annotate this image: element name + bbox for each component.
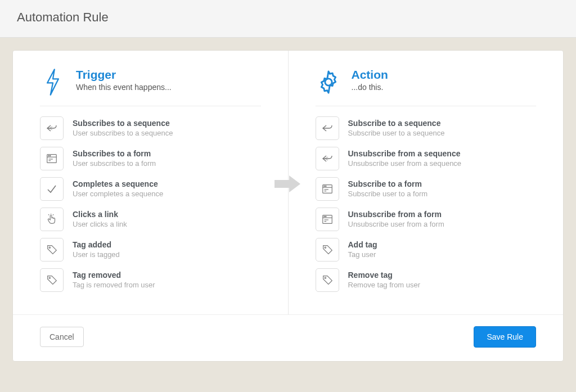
- trigger-head-text: Trigger When this event happens...: [76, 67, 172, 92]
- tag-icon: [40, 268, 64, 292]
- option-text: Subscribe to a form Subscribe user to a …: [348, 179, 428, 199]
- action-option-add-tag[interactable]: Add tag Tag user: [316, 238, 537, 262]
- option-text: Unsubscribe from a sequence Unsubscribe …: [348, 148, 462, 169]
- option-title: Subscribes to a form: [73, 148, 156, 159]
- option-title: Unsubscribe from a sequence: [348, 148, 462, 159]
- svg-point-20: [323, 216, 324, 217]
- option-sub: User completes a sequence: [73, 189, 163, 199]
- form-icon: [316, 208, 339, 231]
- option-title: Remove tag: [348, 270, 421, 280]
- option-sub: Unsubscribe user from a form: [348, 219, 444, 229]
- trigger-option-tag-removed[interactable]: Tag removed Tag is removed from user: [40, 268, 261, 292]
- trigger-option-completes-sequence[interactable]: Completes a sequence User completes a se…: [40, 177, 261, 201]
- option-title: Subscribe to a sequence: [348, 118, 445, 128]
- card-footer: Cancel Save Rule: [13, 314, 563, 361]
- option-sub: User clicks a link: [73, 219, 127, 229]
- trigger-subtitle: When this event happens...: [76, 83, 172, 92]
- lightning-icon: [40, 67, 66, 97]
- option-title: Clicks a link: [73, 209, 127, 219]
- reply-arrow-icon: [316, 116, 339, 140]
- tag-icon: [316, 268, 339, 292]
- option-title: Add tag: [348, 240, 377, 250]
- svg-point-2: [48, 155, 49, 156]
- option-text: Tag added User is tagged: [73, 240, 120, 260]
- option-title: Completes a sequence: [73, 179, 163, 189]
- tag-icon: [316, 238, 339, 262]
- option-sub: User subscribes to a form: [73, 159, 156, 169]
- option-text: Subscribe to a sequence Subscribe user t…: [348, 118, 445, 138]
- option-title: Tag added: [73, 240, 120, 250]
- option-sub: Unsubscribe user from a sequence: [348, 159, 462, 169]
- svg-line-8: [53, 214, 53, 215]
- action-option-unsubscribe-sequence[interactable]: Unsubscribe from a sequence Unsubscribe …: [316, 147, 537, 170]
- action-options: Subscribe to a sequence Subscribe user t…: [316, 116, 537, 292]
- action-option-remove-tag[interactable]: Remove tag Remove tag from user: [316, 268, 537, 292]
- svg-line-7: [48, 214, 49, 215]
- option-sub: Subscribe user to a sequence: [348, 128, 445, 138]
- trigger-option-subscribe-form[interactable]: Subscribes to a form User subscribes to …: [40, 147, 261, 170]
- trigger-column: Trigger When this event happens... Subsc…: [13, 51, 288, 314]
- option-sub: User is tagged: [73, 250, 120, 260]
- svg-point-3: [50, 155, 51, 156]
- columns: Trigger When this event happens... Subsc…: [13, 51, 563, 314]
- action-option-unsubscribe-form[interactable]: Unsubscribe from a form Unsubscribe user…: [316, 208, 537, 231]
- page-title: Automation Rule: [17, 10, 559, 25]
- action-subtitle: ...do this.: [352, 83, 388, 92]
- reply-arrow-icon: [40, 116, 64, 140]
- trigger-options: Subscribes to a sequence User subscribes…: [40, 116, 261, 292]
- tag-icon: [40, 238, 64, 262]
- svg-point-24: [325, 247, 326, 248]
- option-sub: Subscribe user to a form: [348, 189, 428, 199]
- option-sub: Tag is removed from user: [73, 280, 155, 290]
- trigger-option-subscribe-sequence[interactable]: Subscribes to a sequence User subscribes…: [40, 116, 261, 140]
- content: Trigger When this event happens... Subsc…: [0, 38, 576, 362]
- cancel-button[interactable]: Cancel: [40, 327, 84, 347]
- option-title: Unsubscribe from a form: [348, 209, 444, 219]
- option-sub: Remove tag from user: [348, 280, 421, 290]
- svg-point-21: [325, 216, 326, 217]
- svg-point-11: [325, 79, 331, 85]
- pointer-click-icon: [40, 208, 64, 231]
- gear-icon: [316, 67, 341, 97]
- rule-card: Trigger When this event happens... Subsc…: [12, 50, 564, 362]
- form-icon: [40, 147, 64, 170]
- svg-point-25: [325, 277, 326, 278]
- reply-arrow-icon: [316, 147, 339, 170]
- action-head-text: Action ...do this.: [352, 67, 388, 92]
- action-option-subscribe-form[interactable]: Subscribe to a form Subscribe user to a …: [316, 177, 537, 201]
- trigger-header: Trigger When this event happens...: [40, 67, 261, 106]
- trigger-option-tag-added[interactable]: Tag added User is tagged: [40, 238, 261, 262]
- option-title: Tag removed: [73, 270, 155, 280]
- page-header: Automation Rule: [0, 0, 576, 38]
- option-sub: User subscribes to a sequence: [73, 128, 173, 138]
- form-icon: [316, 177, 339, 201]
- arrow-right-icon: [274, 174, 302, 196]
- action-column: Action ...do this. Subscribe to a sequen…: [289, 51, 564, 314]
- svg-point-14: [323, 186, 324, 186]
- option-text: Remove tag Remove tag from user: [348, 270, 421, 290]
- option-text: Add tag Tag user: [348, 240, 377, 260]
- option-title: Subscribes to a sequence: [73, 118, 173, 128]
- svg-point-10: [49, 277, 50, 278]
- option-text: Clicks a link User clicks a link: [73, 209, 127, 229]
- save-rule-button[interactable]: Save Rule: [474, 326, 536, 348]
- check-icon: [40, 177, 64, 201]
- option-sub: Tag user: [348, 250, 377, 260]
- option-text: Unsubscribe from a form Unsubscribe user…: [348, 209, 444, 229]
- action-header: Action ...do this.: [316, 67, 537, 106]
- option-text: Tag removed Tag is removed from user: [73, 270, 155, 290]
- svg-point-15: [325, 186, 326, 186]
- option-text: Subscribes to a sequence User subscribes…: [73, 118, 173, 138]
- option-title: Subscribe to a form: [348, 179, 428, 189]
- action-title: Action: [352, 67, 388, 82]
- action-option-subscribe-sequence[interactable]: Subscribe to a sequence Subscribe user t…: [316, 116, 537, 140]
- option-text: Subscribes to a form User subscribes to …: [73, 148, 156, 169]
- trigger-option-clicks-link[interactable]: Clicks a link User clicks a link: [40, 208, 261, 231]
- trigger-title: Trigger: [76, 67, 172, 82]
- option-text: Completes a sequence User completes a se…: [73, 179, 163, 199]
- svg-point-9: [49, 247, 50, 248]
